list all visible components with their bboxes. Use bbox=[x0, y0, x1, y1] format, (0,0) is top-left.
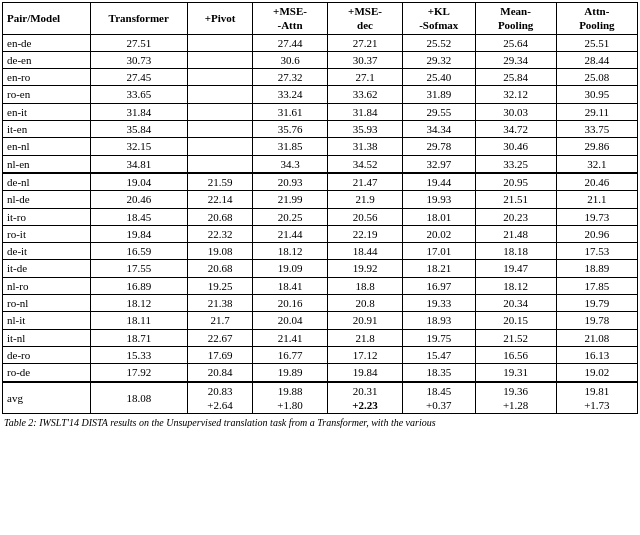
cell-value: 28.44 bbox=[556, 51, 637, 68]
pair-label: nl-en bbox=[3, 155, 91, 173]
cell-value: 25.84 bbox=[475, 69, 556, 86]
cell-value: 32.12 bbox=[475, 86, 556, 103]
cell-value: 18.41 bbox=[253, 277, 328, 294]
table-row: en-de27.5127.4427.2125.5225.6425.51 bbox=[3, 34, 638, 51]
cell-value: 16.89 bbox=[90, 277, 188, 294]
cell-value: 30.73 bbox=[90, 51, 188, 68]
cell-value: 21.52 bbox=[475, 329, 556, 346]
pair-label: de-en bbox=[3, 51, 91, 68]
avg-label: avg bbox=[3, 382, 91, 414]
cell-value: 18.18 bbox=[475, 243, 556, 260]
cell-value: 19.44 bbox=[403, 173, 476, 191]
pair-label: en-ro bbox=[3, 69, 91, 86]
table-row: nl-it18.1121.720.0420.9118.9320.1519.78 bbox=[3, 312, 638, 329]
pair-label: en-de bbox=[3, 34, 91, 51]
cell-value: 16.59 bbox=[90, 243, 188, 260]
cell-value: 19.04 bbox=[90, 173, 188, 191]
cell-value: 27.45 bbox=[90, 69, 188, 86]
cell-value: 34.72 bbox=[475, 121, 556, 138]
cell-value: 21.1 bbox=[556, 191, 637, 208]
cell-value: 21.08 bbox=[556, 329, 637, 346]
cell-value: 27.51 bbox=[90, 34, 188, 51]
cell-value: 20.15 bbox=[475, 312, 556, 329]
cell-value: 29.78 bbox=[403, 138, 476, 155]
col-header-transformer: Transformer bbox=[90, 3, 188, 35]
cell-value: 17.92 bbox=[90, 364, 188, 382]
cell-value: 16.77 bbox=[253, 346, 328, 363]
cell-value: 20.34 bbox=[475, 295, 556, 312]
cell-value: 20.46 bbox=[90, 191, 188, 208]
cell-value: 19.78 bbox=[556, 312, 637, 329]
pair-label: ro-nl bbox=[3, 295, 91, 312]
cell-value: 25.52 bbox=[403, 34, 476, 51]
table-row: it-de17.5520.6819.0919.9218.2119.4718.89 bbox=[3, 260, 638, 277]
pair-label: nl-ro bbox=[3, 277, 91, 294]
cell-value: 21.8 bbox=[328, 329, 403, 346]
cell-value: 30.6 bbox=[253, 51, 328, 68]
cell-value: 20.25 bbox=[253, 208, 328, 225]
table-row: en-it31.8431.6131.8429.5530.0329.11 bbox=[3, 103, 638, 120]
cell-value: 33.62 bbox=[328, 86, 403, 103]
cell-value: 17.12 bbox=[328, 346, 403, 363]
cell-value: 21.38 bbox=[188, 295, 253, 312]
cell-value: 27.1 bbox=[328, 69, 403, 86]
cell-value: 29.11 bbox=[556, 103, 637, 120]
col-header-mse-attn: +MSE- -Attn bbox=[253, 3, 328, 35]
cell-value: 17.01 bbox=[403, 243, 476, 260]
cell-value: 29.55 bbox=[403, 103, 476, 120]
pair-label: it-nl bbox=[3, 329, 91, 346]
cell-value: 19.84 bbox=[328, 364, 403, 382]
table-row: de-nl19.0421.5920.9321.4719.4420.9520.46 bbox=[3, 173, 638, 191]
cell-value: 19.79 bbox=[556, 295, 637, 312]
cell-value: 31.89 bbox=[403, 86, 476, 103]
avg-cell: 19.81+1.73 bbox=[556, 382, 637, 414]
cell-value: 20.04 bbox=[253, 312, 328, 329]
cell-value: 34.81 bbox=[90, 155, 188, 173]
cell-value bbox=[188, 86, 253, 103]
table-row: ro-en33.6533.2433.6231.8932.1230.95 bbox=[3, 86, 638, 103]
col-header-mse-dec: +MSE- dec bbox=[328, 3, 403, 35]
table-row: nl-ro16.8919.2518.4118.816.9718.1217.85 bbox=[3, 277, 638, 294]
cell-value: 17.53 bbox=[556, 243, 637, 260]
cell-value: 20.56 bbox=[328, 208, 403, 225]
cell-value: 16.56 bbox=[475, 346, 556, 363]
table-row: nl-de20.4622.1421.9921.919.9321.5121.1 bbox=[3, 191, 638, 208]
cell-value: 19.84 bbox=[90, 225, 188, 242]
avg-row: avg18.0820.83+2.6419.88+1.8020.31+2.2318… bbox=[3, 382, 638, 414]
pair-label: it-de bbox=[3, 260, 91, 277]
cell-value: 15.47 bbox=[403, 346, 476, 363]
cell-value: 22.14 bbox=[188, 191, 253, 208]
pair-label: de-nl bbox=[3, 173, 91, 191]
cell-value: 20.16 bbox=[253, 295, 328, 312]
cell-value: 19.08 bbox=[188, 243, 253, 260]
cell-value: 19.73 bbox=[556, 208, 637, 225]
cell-value: 18.89 bbox=[556, 260, 637, 277]
col-header-kl: +KL -Sofmax bbox=[403, 3, 476, 35]
pair-label: ro-de bbox=[3, 364, 91, 382]
cell-value: 22.32 bbox=[188, 225, 253, 242]
cell-value: 17.55 bbox=[90, 260, 188, 277]
cell-value: 20.91 bbox=[328, 312, 403, 329]
cell-value: 18.71 bbox=[90, 329, 188, 346]
header-row: Pair/Model Transformer +Pivot +MSE- -Att… bbox=[3, 3, 638, 35]
cell-value: 27.32 bbox=[253, 69, 328, 86]
cell-value: 21.99 bbox=[253, 191, 328, 208]
cell-value: 20.95 bbox=[475, 173, 556, 191]
cell-value: 20.23 bbox=[475, 208, 556, 225]
cell-value: 27.44 bbox=[253, 34, 328, 51]
cell-value: 19.25 bbox=[188, 277, 253, 294]
cell-value: 30.95 bbox=[556, 86, 637, 103]
cell-value: 30.03 bbox=[475, 103, 556, 120]
avg-cell: 19.36+1.28 bbox=[475, 382, 556, 414]
cell-value: 19.92 bbox=[328, 260, 403, 277]
cell-value: 25.51 bbox=[556, 34, 637, 51]
avg-cell: 19.88+1.80 bbox=[253, 382, 328, 414]
cell-value: 33.24 bbox=[253, 86, 328, 103]
pair-label: en-nl bbox=[3, 138, 91, 155]
cell-value: 29.86 bbox=[556, 138, 637, 155]
cell-value: 20.46 bbox=[556, 173, 637, 191]
cell-value: 32.97 bbox=[403, 155, 476, 173]
cell-value: 18.45 bbox=[90, 208, 188, 225]
table-row: it-ro18.4520.6820.2520.5618.0120.2319.73 bbox=[3, 208, 638, 225]
avg-cell: 18.08 bbox=[90, 382, 188, 414]
